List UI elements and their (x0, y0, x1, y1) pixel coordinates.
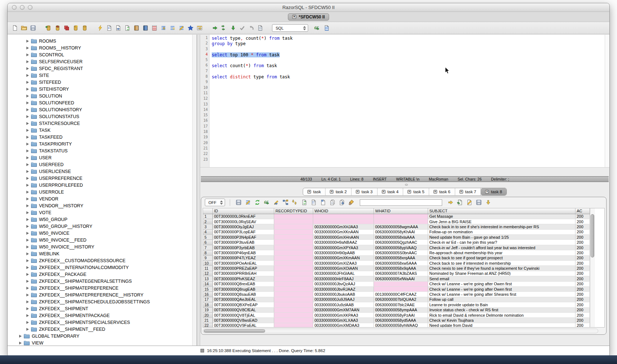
download-results-icon[interactable] (484, 199, 492, 206)
code-line[interactable]: select top 100 * from task (212, 52, 605, 58)
describe-table-icon[interactable] (105, 24, 113, 32)
disclosure-triangle-icon[interactable] (26, 321, 29, 324)
disclosure-triangle-icon[interactable] (26, 170, 29, 173)
sidebar-item-zkfedex-shipmentpackage[interactable]: ZKFEDEX__SHIPMENTPACKAGE (8, 312, 197, 319)
sidebar-item-vendor-history[interactable]: VENDOR__HISTORY (8, 202, 197, 209)
sidebar-item-w50-invoice-feed[interactable]: W50_INVOICE__FEED (8, 237, 197, 243)
database-icon[interactable] (81, 24, 89, 32)
disclosure-triangle-icon[interactable] (26, 53, 29, 56)
table-row[interactable]: 1700T3000000QAeJbEAL0033000000Ju9J9AAJ00… (203, 297, 590, 302)
disclosure-triangle-icon[interactable] (26, 287, 29, 290)
disclosure-triangle-icon[interactable] (26, 81, 29, 84)
grid-horizontal-scrollbar[interactable] (203, 329, 598, 333)
sidebar-item-vendor[interactable]: VENDOR (8, 195, 197, 202)
save-icon[interactable] (29, 24, 37, 32)
sort-toggle-icon[interactable] (291, 199, 299, 206)
sidebar-item-taskstatus[interactable]: TASKSTATUS (8, 147, 197, 154)
table-row[interactable]: 1300T3000000PfvKSEAZ0033000000HirF8AAJ00… (203, 276, 590, 281)
table-row[interactable]: 1500T3000000Q8rugEAB0033000000JbvRJAAZCh… (203, 286, 590, 291)
table-row[interactable]: 1000T3000000POeAnEAL0033000000GmXIZAA300… (203, 261, 590, 266)
disclosure-triangle-icon[interactable] (26, 259, 29, 262)
row-limit-select[interactable]: OFF (205, 199, 225, 206)
disclosure-triangle-icon[interactable] (26, 211, 29, 214)
code-line[interactable] (212, 108, 605, 113)
sql-mode-select[interactable]: SQL (272, 24, 308, 32)
disclosure-triangle-icon[interactable] (26, 191, 29, 194)
table-row[interactable]: 1900T3000000QV8CfEAL0033000000GmXM7AAN00… (203, 307, 590, 312)
disclosure-triangle-icon[interactable] (26, 184, 29, 187)
code-line[interactable] (212, 102, 605, 108)
column-header-ac[interactable]: AC (575, 208, 590, 214)
table-row[interactable]: 900T3000000P47LYEAZ0033000000GmXKmAAN006… (203, 255, 590, 260)
close-document-icon[interactable]: ✕ (292, 15, 296, 19)
fetch-results-icon[interactable] (229, 24, 237, 32)
sidebar-item-zkfedex-internationalcommodity[interactable]: ZKFEDEX__INTERNATIONALCOMMODITY (8, 264, 197, 271)
minimize-window-icon[interactable] (20, 5, 25, 10)
sidebar-item-userrole[interactable]: USERROLE (8, 188, 197, 195)
reload-table-icon[interactable] (301, 199, 308, 206)
code-line[interactable] (212, 130, 605, 135)
sidebar-item-userprofilefeed[interactable]: USERPROFILEFEED (8, 182, 197, 188)
disclosure-triangle-icon[interactable] (26, 294, 29, 296)
disclosure-triangle-icon[interactable] (26, 300, 29, 303)
code-line[interactable]: select distinct type from task (212, 74, 605, 80)
sidebar-item-taskpriority[interactable]: TASKPRIORITY (8, 140, 197, 147)
table-row[interactable]: 300T3000000OiyJgEAJ0033000000GmXHJAA3006… (203, 224, 590, 229)
code-line[interactable] (212, 86, 605, 91)
sidebar-item-userpreference[interactable]: USERPREFERENCE (8, 175, 197, 182)
code-line[interactable] (212, 69, 605, 74)
new-connection-icon[interactable] (72, 24, 79, 32)
sidebar-item-zkfedex-shipmategeneralsettings[interactable]: ZKFEDEX__SHIPMATEGENERALSETTINGS (8, 278, 197, 285)
column-tree-icon[interactable] (282, 199, 289, 206)
column-header-rownum[interactable] (203, 208, 212, 214)
execute-all-icon[interactable] (220, 24, 228, 32)
sidebar-item-solution[interactable]: SOLUTION (8, 92, 197, 99)
sidebar-item-staticresource[interactable]: STATICRESOURCE (8, 120, 197, 127)
sidebar-item-site[interactable]: SITE (8, 72, 197, 79)
execute-icon[interactable] (211, 24, 219, 32)
sidebar-item-global-temporary[interactable]: GLOBAL TEMPORARY (8, 333, 197, 339)
rollback-icon[interactable] (247, 24, 255, 32)
format-sql-icon[interactable] (323, 24, 331, 32)
copy-results-icon[interactable] (329, 199, 336, 206)
disclosure-triangle-icon[interactable] (26, 150, 29, 152)
code-line[interactable] (212, 91, 605, 96)
zoom-window-icon[interactable] (28, 5, 33, 10)
sidebar-item-w50-group[interactable]: W50_GROUP (8, 216, 197, 223)
sidebar-item-rooms-history[interactable]: ROOMS__HISTORY (8, 44, 197, 51)
code-line[interactable] (212, 80, 605, 85)
table-row[interactable]: 1200T3000000PRR8rEAH0033000000JFhGlAAL00… (203, 271, 590, 276)
disclosure-triangle-icon[interactable] (26, 115, 29, 118)
describe-results-icon[interactable] (310, 199, 318, 206)
close-tab-icon[interactable]: ✕ (407, 190, 411, 194)
disclosure-triangle-icon[interactable] (26, 307, 29, 310)
code-line[interactable] (212, 96, 605, 102)
import-data-icon[interactable] (124, 24, 131, 32)
sidebar-item-zkfedex-shipmentspecialservices[interactable]: ZKFEDEX__SHIPMENTSPECIALSERVICES (8, 319, 197, 326)
sql-editor[interactable]: 1234567891011121314151617181920212223 se… (200, 35, 609, 168)
close-connection-icon[interactable] (63, 24, 70, 32)
disclosure-triangle-icon[interactable] (19, 342, 22, 344)
sidebar-item-view[interactable]: VIEW (8, 339, 197, 346)
table-row[interactable]: 600T3000000P3tuvEAB0033000000H9aNBAAZ006… (203, 240, 590, 245)
column-header-whatid[interactable]: WHATID (374, 208, 428, 214)
table-row[interactable]: 1100T3000000PREZaEAP0033000000GmXOiAAN00… (203, 266, 590, 271)
sidebar-item-task[interactable]: TASK (8, 127, 197, 134)
sidebar-item-weblink[interactable]: WEBLINK (8, 250, 197, 257)
disclosure-triangle-icon[interactable] (26, 280, 29, 283)
sidebar-item-w50-invoice-history[interactable]: W50_INVOICE__HISTORY (8, 243, 197, 250)
code-line[interactable] (212, 141, 605, 146)
export-results-icon[interactable] (456, 199, 464, 206)
edit-record-icon[interactable] (466, 199, 473, 206)
grid-hscroll-thumb[interactable] (204, 329, 265, 333)
disclosure-triangle-icon[interactable] (26, 273, 29, 276)
search-next-icon[interactable] (447, 199, 454, 206)
sidebar-item-sitefeed[interactable]: SITEFEED (8, 79, 197, 86)
close-tab-icon[interactable]: ✕ (330, 190, 333, 194)
code-line[interactable]: select count(*) from task (212, 63, 605, 69)
table-row[interactable]: 1400T3000000Q8rexEAB0033000000JbvQzAAJCh… (203, 281, 590, 286)
table-row[interactable]: 700T3000000P3yrbEAB0033000000GmXPYAA3006… (203, 245, 590, 250)
result-tab-task-3[interactable]: ✕task 3 (351, 188, 377, 195)
code-line[interactable]: select type, count(*) from task (212, 36, 605, 41)
results-search-input[interactable] (360, 199, 442, 206)
